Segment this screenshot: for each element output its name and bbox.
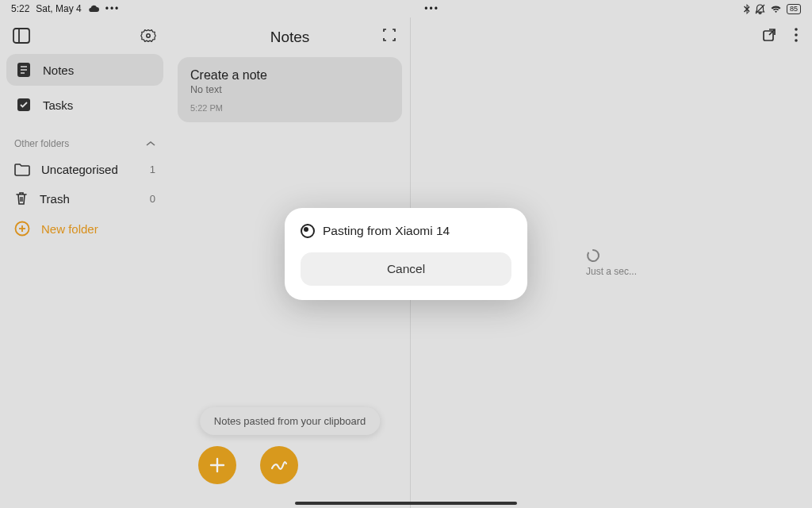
cancel-button[interactable]: Cancel [301, 252, 511, 286]
pasting-dialog: Pasting from Xiaomi 14 Cancel [285, 208, 527, 300]
nav-handle[interactable] [295, 502, 517, 505]
dialog-overlay[interactable]: Pasting from Xiaomi 14 Cancel [0, 0, 812, 508]
dialog-message: Pasting from Xiaomi 14 [323, 224, 450, 238]
dialog-spinner-icon [301, 224, 315, 238]
